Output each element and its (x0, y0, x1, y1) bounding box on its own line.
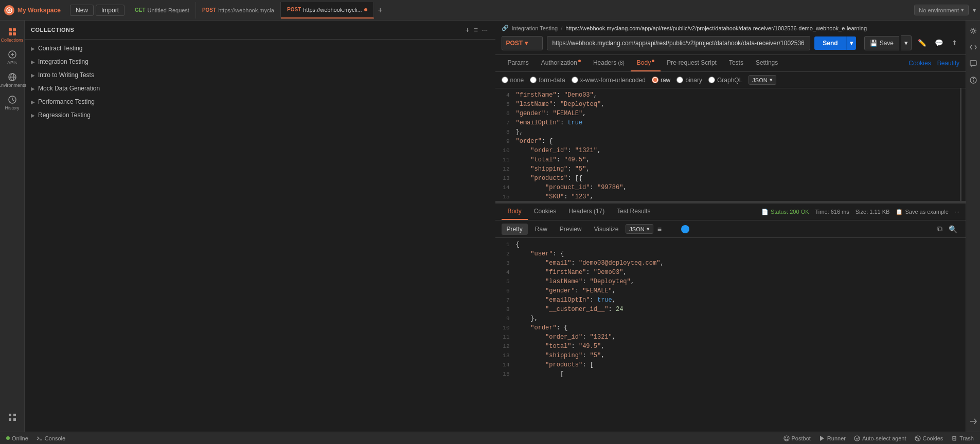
chevron-right-icon: ▶ (31, 99, 35, 105)
send-button-group: Send ▾ (814, 36, 856, 50)
add-collection-button[interactable]: + (464, 25, 470, 35)
beautify-link[interactable]: Beautify (937, 60, 959, 67)
workspace-logo[interactable]: My Workspace (4, 5, 66, 15)
new-button[interactable]: New (70, 5, 94, 16)
fmt-tab-visualize[interactable]: Visualize (589, 224, 624, 235)
tab-authorization[interactable]: Authorization (535, 55, 587, 71)
method-label: POST (506, 40, 523, 47)
status-bar-right: Postbot Runner Auto-select agent Cookies… (783, 435, 974, 441)
comment-button[interactable]: 💬 (933, 37, 946, 49)
response-tab-cookies[interactable]: Cookies (528, 203, 562, 220)
response-area: Body Cookies Headers (17) Test Results 📄… (495, 203, 966, 432)
cookies-link[interactable]: Cookies (908, 60, 931, 67)
console-button[interactable]: Console (37, 435, 65, 441)
request-code-editor[interactable]: 4"firstName": "Demo03", 5"lastName": "De… (495, 88, 966, 201)
response-format-selector[interactable]: JSON ▾ (626, 224, 653, 234)
radio-urlencoded[interactable]: x-www-form-urlencoded (572, 77, 646, 84)
tab-settings[interactable]: Settings (750, 55, 784, 71)
response-status: 📄 Status: 200 OK Time: 616 ms Size: 1.11… (761, 209, 959, 215)
tab-tests[interactable]: Tests (723, 55, 750, 71)
sidebar-icon-grid[interactable] (2, 407, 23, 428)
sidebar-item-contract-testing[interactable]: ▶ Contract Testing (25, 42, 495, 55)
sidebar-item-integration-testing[interactable]: ▶ Integration Testing (25, 55, 495, 68)
save-button[interactable]: 💾 Save (864, 36, 899, 50)
response-tab-headers[interactable]: Headers (17) (562, 203, 611, 220)
response-body[interactable]: 1{ 2 "user": { 3 "email": "demo03@deploy… (495, 238, 966, 432)
time-info: Time: 616 ms (815, 209, 849, 215)
radio-form-data[interactable]: form-data (530, 77, 565, 84)
collections-panel: Collections + ≡ ··· ▶ Contract Testing ▶… (25, 21, 495, 432)
sidebar-icon-collections[interactable]: Collections (2, 25, 23, 45)
main-layout: Collections APIs Environments History Co… (0, 21, 980, 432)
response-more-button[interactable]: ··· (955, 209, 959, 215)
fmt-tab-preview[interactable]: Preview (555, 224, 587, 235)
radio-binary[interactable]: binary (676, 77, 702, 84)
sidebar-item-regression-testing[interactable]: ▶ Regression Testing (25, 108, 495, 122)
sidebar-item-intro-writing-tests[interactable]: ▶ Intro to Writing Tests (25, 68, 495, 82)
sidebar-item-performance-testing[interactable]: ▶ Performance Testing (25, 95, 495, 108)
method-selector[interactable]: POST ▾ (502, 36, 543, 50)
format-selector[interactable]: JSON ▾ (749, 75, 776, 85)
url-input[interactable] (547, 36, 811, 50)
send-dropdown-button[interactable]: ▾ (846, 36, 856, 50)
item-label: Regression Testing (38, 112, 91, 119)
sidebar-icon-environments[interactable]: Environments (2, 70, 23, 90)
sidebar-icon-panel: Collections APIs Environments History (0, 21, 25, 432)
tab-body[interactable]: Body (631, 55, 661, 71)
right-icon-share[interactable] (967, 415, 979, 428)
trash-button[interactable]: Trash (951, 435, 974, 441)
right-icon-info[interactable] (967, 74, 979, 86)
tab-post-1[interactable]: POST https://webhook.mycla (196, 2, 281, 18)
sidebar-item-mock-data[interactable]: ▶ Mock Data Generation (25, 82, 495, 95)
sidebar-icon-history[interactable]: History (2, 92, 23, 113)
tab-get-untitled[interactable]: GET Untitled Request (129, 2, 196, 18)
right-icon-comment[interactable] (967, 58, 979, 70)
auto-select-agent-button[interactable]: Auto-select agent (854, 435, 906, 441)
svg-rect-4 (13, 32, 16, 35)
svg-rect-2 (13, 28, 16, 31)
environment-selector[interactable]: No environment ▾ (914, 5, 969, 15)
tab-pre-request[interactable]: Pre-request Script (661, 55, 723, 71)
breadcrumb-current: https://webhook.myclang.com/app/api/rest… (565, 25, 867, 31)
radio-raw[interactable]: raw (652, 77, 670, 84)
response-tab-test-results[interactable]: Test Results (611, 203, 656, 220)
fmt-tab-raw[interactable]: Raw (530, 224, 553, 235)
copy-response-button[interactable]: ⧉ (935, 223, 945, 235)
import-button[interactable]: Import (96, 5, 124, 16)
tab-post-2-active[interactable]: POST https://webhook.mycli... (281, 2, 374, 18)
response-tab-body[interactable]: Body (502, 203, 528, 220)
main-content: 🔗 Integration Testing / https://webhook.… (495, 21, 966, 432)
add-tab-button[interactable]: + (374, 6, 387, 15)
fmt-tab-pretty[interactable]: Pretty (502, 224, 528, 235)
filter-icon-button[interactable]: ≡ (655, 223, 664, 235)
tab-params[interactable]: Params (502, 55, 535, 71)
right-icon-code[interactable] (967, 41, 979, 53)
radio-graphql[interactable]: GraphQL (708, 77, 742, 84)
cookies-status-button[interactable]: Cookies (915, 435, 943, 441)
svg-rect-27 (953, 437, 956, 440)
method-badge-post-2: POST (287, 7, 301, 12)
svg-point-23 (854, 436, 860, 441)
tab-headers[interactable]: Headers (8) (587, 55, 631, 71)
runner-button[interactable]: Runner (819, 435, 846, 441)
body-options: none form-data x-www-form-urlencoded raw… (495, 72, 966, 88)
top-bar-right: No environment ▾ ▾ (914, 5, 976, 15)
format-dropdown-icon: ▾ (770, 77, 773, 83)
search-response-button[interactable]: 🔍 (947, 223, 959, 235)
postbot-button[interactable]: Postbot (783, 435, 811, 441)
save-dropdown-button[interactable]: ▾ (901, 35, 912, 50)
edit-button[interactable]: ✏️ (916, 37, 929, 49)
active-tab-dot (364, 8, 367, 11)
online-status[interactable]: Online (6, 435, 28, 441)
url-bar-area: 🔗 Integration Testing / https://webhook.… (495, 21, 966, 55)
send-button[interactable]: Send (814, 36, 846, 50)
sidebar-icon-apis[interactable]: APIs (2, 47, 23, 68)
list-view-button[interactable]: ≡ (473, 25, 479, 35)
method-dropdown-icon: ▾ (525, 40, 528, 47)
right-icon-settings[interactable] (967, 25, 979, 37)
more-options-button[interactable]: ··· (481, 25, 489, 35)
save-as-example-button[interactable]: 📋 Save as example (896, 209, 948, 215)
radio-none[interactable]: none (502, 77, 524, 84)
online-dot (6, 436, 10, 440)
share-button[interactable]: ⬆ (950, 37, 959, 49)
